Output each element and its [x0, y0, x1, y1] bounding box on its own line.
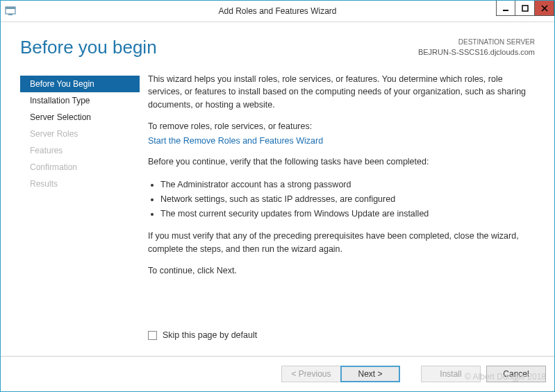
remove-lead: To remove roles, role services, or featu…	[148, 120, 532, 133]
columns: Before You Begin Installation Type Serve…	[20, 70, 535, 349]
step-features: Features	[20, 142, 140, 159]
prereq-item: The most current security updates from W…	[160, 207, 532, 221]
nav-button-group: < Previous Next >	[281, 366, 400, 382]
continue-hint: To continue, click Next.	[148, 264, 532, 278]
titlebar: Add Roles and Features Wizard	[1, 1, 554, 22]
maximize-button[interactable]	[515, 1, 535, 16]
fallback-text: If you must verify that any of the prece…	[148, 230, 532, 256]
content: This wizard helps you install roles, rol…	[140, 70, 535, 349]
skip-checkbox[interactable]	[148, 331, 157, 340]
step-server-selection[interactable]: Server Selection	[20, 109, 140, 126]
next-button[interactable]: Next >	[340, 366, 400, 382]
cancel-button[interactable]: Cancel	[486, 366, 546, 382]
destination-label: DESTINATION SERVER	[418, 37, 535, 47]
prereq-list: The Administrator account has a strong p…	[148, 177, 532, 221]
sidebar: Before You Begin Installation Type Serve…	[20, 70, 140, 349]
step-server-roles: Server Roles	[20, 126, 140, 142]
verify-lead: Before you continue, verify that the fol…	[148, 155, 532, 169]
skip-row: Skip this page by default	[148, 325, 532, 349]
svg-rect-4	[522, 6, 528, 11]
svg-rect-2	[8, 14, 13, 15]
step-results: Results	[20, 176, 140, 192]
prereq-item: Network settings, such as static IP addr…	[160, 193, 532, 206]
maximize-icon	[522, 5, 529, 12]
wizard-window: Add Roles and Features Wizard Before you…	[0, 0, 555, 392]
intro-text: This wizard helps you install roles, rol…	[148, 73, 532, 112]
header-row: Before you begin DESTINATION SERVER BEJR…	[20, 37, 535, 58]
wizard-body: Before you begin DESTINATION SERVER BEJR…	[1, 22, 554, 356]
page-title: Before you begin	[20, 37, 157, 58]
step-installation-type[interactable]: Installation Type	[20, 92, 140, 109]
minimize-icon	[502, 5, 509, 12]
svg-rect-1	[6, 7, 15, 9]
remove-wizard-link[interactable]: Start the Remove Roles and Features Wiza…	[148, 136, 323, 146]
step-confirmation: Confirmation	[20, 159, 140, 176]
install-button: Install	[421, 366, 481, 382]
svg-rect-3	[503, 10, 508, 11]
app-icon	[1, 1, 20, 22]
step-before-you-begin[interactable]: Before You Begin	[20, 76, 140, 92]
minimize-button[interactable]	[496, 1, 515, 16]
footer: < Previous Next > Install Cancel © Alber…	[1, 356, 554, 391]
close-button[interactable]	[535, 1, 554, 16]
destination-value: BEJRUN-S-SSCS16.djclouds.com	[418, 47, 535, 58]
close-icon	[541, 5, 548, 12]
previous-button: < Previous	[281, 366, 341, 382]
prereq-item: The Administrator account has a strong p…	[160, 178, 532, 191]
window-title: Add Roles and Features Wizard	[1, 6, 554, 16]
skip-label: Skip this page by default	[163, 329, 257, 342]
destination-block: DESTINATION SERVER BEJRUN-S-SSCS16.djclo…	[418, 37, 535, 57]
window-controls	[496, 1, 554, 16]
